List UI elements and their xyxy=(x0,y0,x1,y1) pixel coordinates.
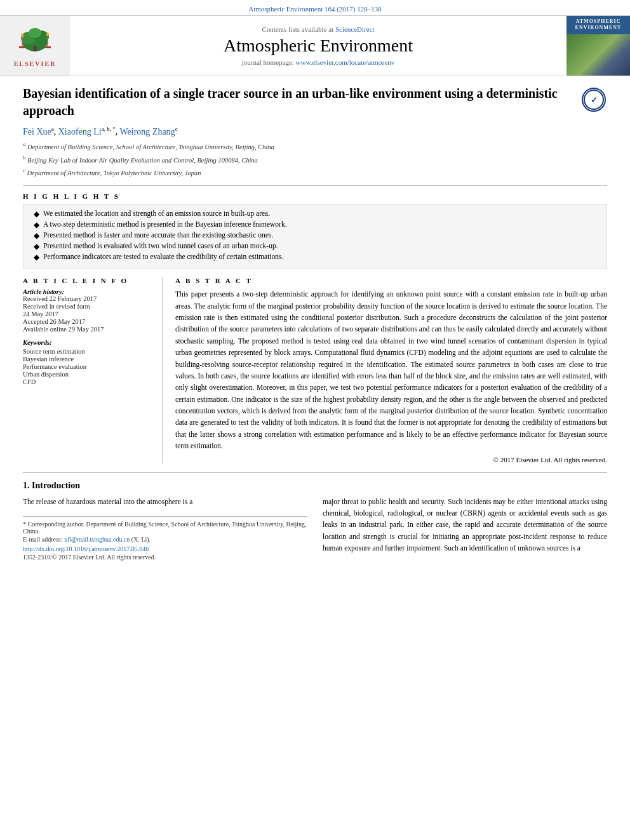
highlight-text-3: Presented method is faster and more accu… xyxy=(43,231,273,239)
highlight-text-5: Performance indicators are tested to eva… xyxy=(43,253,283,260)
article-body-two-col: A R T I C L E I N F O Article history: R… xyxy=(23,277,607,463)
author-fei-xue[interactable]: Fei Xue xyxy=(23,126,51,136)
elsevier-logo: ELSEVIER xyxy=(14,24,57,67)
crossmark-icon: ✓ xyxy=(582,88,606,112)
article-title: Bayesian identification of a single trac… xyxy=(23,85,582,119)
svg-rect-5 xyxy=(33,46,37,51)
svg-text:✓: ✓ xyxy=(591,95,598,105)
affil-marker-a: a xyxy=(23,141,25,147)
introduction-columns: The release of hazardous material into t… xyxy=(23,496,607,562)
author-xiaofeng-li[interactable]: Xiaofeng Li xyxy=(58,126,102,136)
bullet-4: ◆ xyxy=(34,242,39,251)
affiliations: a Department of Building Science, School… xyxy=(23,140,607,178)
article-title-row: Bayesian identification of a single trac… xyxy=(23,85,607,119)
abstract-header: A B S T R A C T xyxy=(175,277,607,284)
article-info-header: A R T I C L E I N F O xyxy=(23,277,153,284)
affil-sup-a: a xyxy=(51,126,54,132)
page: Atmospheric Environment 164 (2017) 128–1… xyxy=(0,0,630,840)
intro-right-text: major threat to public health and securi… xyxy=(323,496,607,554)
svg-point-4 xyxy=(29,28,41,38)
intro-left-col: The release of hazardous material into t… xyxy=(23,496,307,562)
intro-left-text: The release of hazardous material into t… xyxy=(23,496,307,507)
history-received: Received 22 February 2017 xyxy=(23,295,153,302)
journal-header: ELSEVIER Contents lists available at Sci… xyxy=(0,15,630,76)
elsevier-wordmark: ELSEVIER xyxy=(14,60,57,67)
keyword-5: CFD xyxy=(23,378,153,385)
elsevier-logo-area: ELSEVIER xyxy=(0,16,70,76)
crossmark-badge[interactable]: ✓ xyxy=(582,88,607,113)
issn-line: 1352-2310/© 2017 Elsevier Ltd. All right… xyxy=(23,554,307,561)
doi-link[interactable]: http://dx.doi.org/10.1016/j.atmosenv.201… xyxy=(23,545,149,552)
affiliation-c: c Department of Architecture, Tokyo Poly… xyxy=(23,166,607,178)
history-revised-label: Received in revised form xyxy=(23,303,153,310)
journal-title: Atmospheric Environment xyxy=(224,36,413,56)
svg-point-9 xyxy=(46,32,49,36)
journal-homepage: journal homepage: www.elsevier.com/locat… xyxy=(242,58,395,66)
affiliation-a: a Department of Building Science, School… xyxy=(23,140,607,152)
history-revised-date: 24 May 2017 xyxy=(23,310,153,317)
abstract-text: This paper presents a two-step determini… xyxy=(175,288,607,451)
history-label: Article history: xyxy=(23,288,153,295)
affil-marker-b: b xyxy=(23,154,25,161)
divider-1 xyxy=(23,185,607,186)
highlights-box: ◆ We estimated the location and strength… xyxy=(23,204,607,269)
highlight-3: ◆ Presented method is faster and more ac… xyxy=(34,231,599,240)
article-history: Article history: Received 22 February 20… xyxy=(23,288,153,333)
section-heading: Introduction xyxy=(32,481,80,490)
email-attribution: (X. Li). xyxy=(131,536,151,543)
introduction-section: 1. Introduction The release of hazardous… xyxy=(23,472,607,562)
journal-cover-area: ATMOSPHERIC ENVIRONMENT xyxy=(566,16,630,76)
journal-cover-label: ATMOSPHERIC ENVIRONMENT xyxy=(568,18,629,32)
journal-link[interactable]: Atmospheric Environment 164 (2017) 128–1… xyxy=(248,5,382,13)
affil-sup-ab: a, b, * xyxy=(102,126,116,132)
email-note: E-mail address: xfl@mail.tsinghua.edu.cn… xyxy=(23,536,307,543)
highlight-text-1: We estimated the location and strength o… xyxy=(43,210,270,217)
affiliation-b: b Beijing Key Lab of Indoor Air Quality … xyxy=(23,154,607,165)
copyright-line: © 2017 Elsevier Ltd. All rights reserved… xyxy=(175,456,607,463)
affil-text-b: Beijing Key Lab of Indoor Air Quality Ev… xyxy=(27,156,258,163)
homepage-link[interactable]: www.elsevier.com/locate/atmosenv xyxy=(296,58,395,66)
article-info-col: A R T I C L E I N F O Article history: R… xyxy=(23,277,163,463)
corresponding-note: * Corresponding author. Department of Bu… xyxy=(23,521,307,535)
highlights-header: H I G H L I G H T S xyxy=(23,192,607,200)
authors-line: Fei Xuea, Xiaofeng Lia, b, *, Weirong Zh… xyxy=(23,126,607,137)
contents-available: Contents lists available at ScienceDirec… xyxy=(262,25,374,33)
highlight-text-4: Presented method is evaluated with two w… xyxy=(43,242,278,250)
history-accepted: Accepted 26 May 2017 xyxy=(23,318,153,325)
history-online: Available online 29 May 2017 xyxy=(23,326,153,333)
journal-reference: Atmospheric Environment 164 (2017) 128–1… xyxy=(0,0,630,15)
bullet-1: ◆ xyxy=(34,210,39,218)
sciencedirect-link[interactable]: ScienceDirect xyxy=(335,25,375,33)
journal-cover-title: ATMOSPHERIC ENVIRONMENT xyxy=(566,16,630,34)
bullet-3: ◆ xyxy=(34,231,39,240)
bullet-2: ◆ xyxy=(34,220,39,229)
main-content: Bayesian identification of a single trac… xyxy=(0,76,630,571)
author-weirong-zhang[interactable]: Weirong Zhang xyxy=(120,126,175,136)
journal-title-area: Contents lists available at ScienceDirec… xyxy=(70,16,566,76)
keyword-4: Urban dispersion xyxy=(23,371,153,378)
affil-text-a: Department of Building Science, School o… xyxy=(27,143,274,150)
highlight-2: ◆ A two-step deterministic method is pre… xyxy=(34,220,599,229)
elsevier-tree-icon xyxy=(16,24,54,59)
section-number: 1. xyxy=(23,481,30,490)
highlight-1: ◆ We estimated the location and strength… xyxy=(34,210,599,218)
footer-notes: * Corresponding author. Department of Bu… xyxy=(23,516,307,561)
highlight-4: ◆ Presented method is evaluated with two… xyxy=(34,242,599,251)
keywords-label: Keywords: xyxy=(23,339,153,346)
highlight-5: ◆ Performance indicators are tested to e… xyxy=(34,253,599,262)
email-link[interactable]: xfl@mail.tsinghua.edu.cn xyxy=(64,536,130,543)
keyword-2: Bayesian inference xyxy=(23,356,153,363)
highlight-text-2: A two-step deterministic method is prese… xyxy=(43,220,287,228)
section-title: 1. Introduction xyxy=(23,481,607,491)
abstract-col: A B S T R A C T This paper presents a tw… xyxy=(175,277,607,463)
email-label: E-mail address: xyxy=(23,536,62,543)
keyword-1: Source term estimation xyxy=(23,348,153,355)
journal-cover-image xyxy=(566,34,630,76)
affil-marker-c: c xyxy=(23,167,25,173)
keywords-section: Keywords: Source term estimation Bayesia… xyxy=(23,339,153,385)
keyword-3: Performance evaluation xyxy=(23,363,153,370)
bullet-5: ◆ xyxy=(34,253,39,262)
affil-text-c: Department of Architecture, Tokyo Polyte… xyxy=(27,169,201,176)
svg-point-7 xyxy=(21,34,23,37)
intro-right-col: major threat to public health and securi… xyxy=(323,496,607,562)
